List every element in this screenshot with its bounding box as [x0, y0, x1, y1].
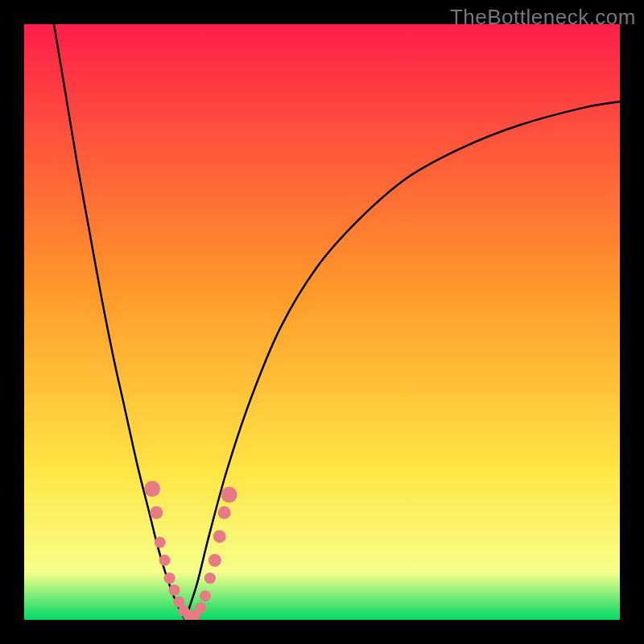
plot-area — [24, 24, 620, 620]
data-marker — [213, 530, 226, 543]
data-marker — [159, 555, 171, 566]
gradient-background — [24, 24, 620, 620]
data-marker — [218, 506, 231, 519]
data-marker — [208, 554, 221, 567]
data-marker — [168, 584, 180, 596]
data-marker — [155, 537, 166, 548]
watermark-text: TheBottleneck.com — [450, 5, 636, 30]
data-marker — [144, 481, 160, 497]
chart-svg — [24, 24, 620, 620]
data-marker — [150, 506, 163, 519]
data-marker — [221, 487, 237, 503]
data-marker — [164, 572, 175, 584]
data-marker — [204, 572, 216, 584]
data-marker — [200, 590, 211, 601]
data-marker — [195, 602, 206, 613]
